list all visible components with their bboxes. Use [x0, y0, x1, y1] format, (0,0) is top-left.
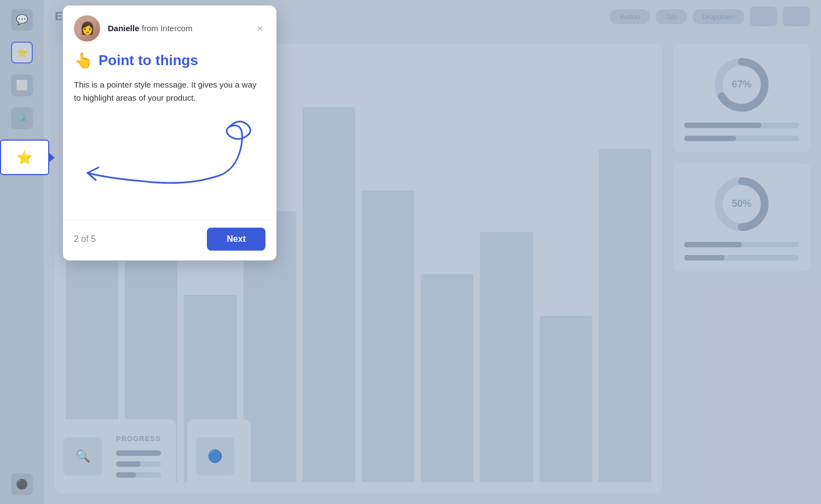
sender-company: from Intercom: [142, 24, 193, 33]
popover-title: Point to things: [99, 52, 198, 69]
sender-name-label: Danielle from Intercom: [108, 24, 247, 33]
highlighted-element: ⭐: [0, 140, 49, 175]
sender-name: Danielle: [108, 24, 140, 33]
popover-footer: 2 of 5 Next: [63, 219, 276, 260]
pointer-arrow: [77, 115, 263, 203]
popover-header: 👩 Danielle from Intercom ×: [63, 5, 276, 49]
close-button[interactable]: ×: [255, 21, 265, 36]
pointer-emoji: 👆: [74, 51, 93, 69]
avatar: 👩: [74, 15, 100, 42]
step-indicator: 2 of 5: [74, 234, 96, 244]
popover-body: 👆 Point to things This is a pointer styl…: [63, 49, 276, 219]
popover: 👩 Danielle from Intercom × 👆 Point to th…: [63, 5, 276, 260]
popover-description: This is a pointer style message. It give…: [74, 78, 265, 105]
avatar-image: 👩: [74, 15, 100, 42]
next-button[interactable]: Next: [207, 228, 265, 251]
sender-info: Danielle from Intercom: [108, 24, 247, 33]
popover-title-row: 👆 Point to things: [74, 51, 265, 69]
